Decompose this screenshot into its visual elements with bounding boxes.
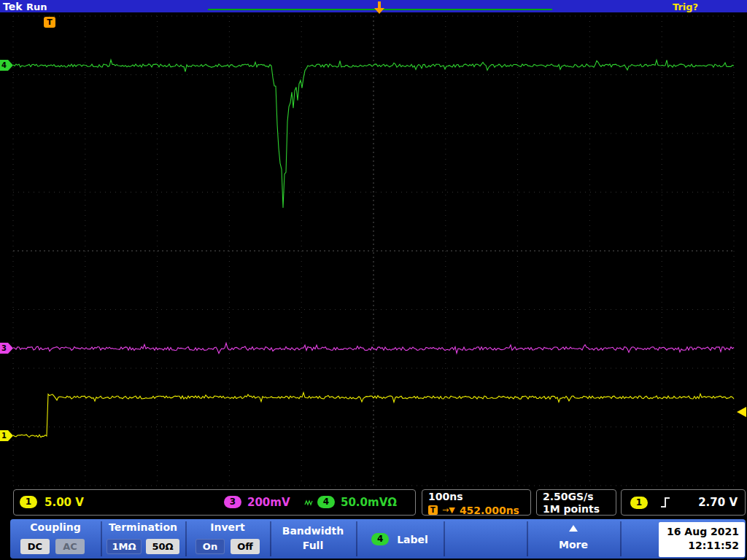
- separator: [444, 521, 445, 556]
- trigger-time-flag: T: [44, 17, 55, 28]
- bandwidth-value: Full: [270, 540, 356, 551]
- more-softkey[interactable]: More: [527, 519, 620, 559]
- acquisition-status: Run: [26, 1, 47, 12]
- coupling-dc-option[interactable]: DC: [20, 539, 50, 554]
- rising-edge-icon: [659, 495, 671, 513]
- more-up-arrow-icon: [569, 525, 578, 532]
- trigger-flag-icon: T: [428, 505, 438, 515]
- trigger-readout: 1 2.70 V: [621, 489, 746, 516]
- bandwidth-softkey[interactable]: Bandwidth Full: [270, 519, 356, 559]
- trigger-source-badge: 1: [630, 497, 648, 509]
- date-text: 16 Aug 2021: [659, 525, 739, 539]
- termination-softkey[interactable]: Termination 1MΩ 50Ω: [101, 519, 185, 559]
- trigger-status: Trig?: [673, 1, 698, 12]
- invert-softkey[interactable]: Invert On Off: [185, 519, 270, 559]
- datetime-display: 16 Aug 2021 12:11:52: [659, 522, 745, 557]
- sample-rate: 2.50GS/s: [543, 491, 594, 502]
- timebase-readout: 100ns T →▼ 452.000ns: [422, 489, 531, 516]
- label-row: 4 Label: [356, 532, 444, 545]
- ch1-scale-value: 5.00 V: [44, 496, 84, 509]
- termination-50ohm-option[interactable]: 50Ω: [146, 539, 179, 554]
- probe-icon: [304, 497, 314, 511]
- channel-readouts: 1 5.00 V 3 200mV 4 50.0mVΩ: [13, 489, 416, 516]
- label-text: Label: [397, 534, 428, 545]
- oscilloscope-screen: Tek Run Trig? T 4 3 1 1 5.00 V 3 200mV 4…: [0, 0, 747, 560]
- timebase-scale: 100ns: [428, 491, 463, 502]
- coupling-title: Coupling: [10, 521, 101, 533]
- time-text: 12:11:52: [659, 539, 739, 553]
- trigger-delay-readout: T →▼ 452.000ns: [428, 502, 519, 514]
- tek-logo: Tek: [3, 1, 23, 12]
- trigger-position-arrow-icon: [374, 8, 384, 14]
- softkey-panel: Coupling DC AC Termination 1MΩ 50Ω Inver…: [10, 519, 746, 559]
- ch3-badge: 3: [224, 496, 241, 508]
- separator: [620, 521, 622, 556]
- record-length: 1M points: [543, 503, 600, 515]
- softkey-menu-bar: Coupling DC AC Termination 1MΩ 50Ω Inver…: [0, 518, 747, 560]
- invert-title: Invert: [185, 521, 270, 533]
- top-status-bar: Tek Run Trig?: [0, 0, 747, 12]
- graticule-and-traces: [0, 0, 747, 560]
- bandwidth-title: Bandwidth: [270, 525, 356, 537]
- termination-title: Termination: [101, 521, 185, 533]
- more-label: More: [527, 539, 620, 551]
- ch1-badge: 1: [20, 496, 37, 508]
- acquisition-readout: 2.50GS/s 1M points: [536, 489, 616, 516]
- trigger-delay-value: 452.000ns: [460, 505, 519, 516]
- trigger-level-value: 2.70 V: [698, 496, 738, 509]
- readout-bar: 1 5.00 V 3 200mV 4 50.0mVΩ 100ns T →▼ 45…: [0, 486, 747, 518]
- trigger-level-arrow-icon: [737, 407, 746, 417]
- ch4-scale-value: 50.0mVΩ: [341, 496, 397, 509]
- ch3-scale-value: 200mV: [247, 496, 290, 509]
- coupling-softkey[interactable]: Coupling DC AC: [10, 519, 101, 559]
- label-channel-badge: 4: [371, 533, 389, 545]
- invert-on-option[interactable]: On: [196, 539, 225, 554]
- termination-1m-option[interactable]: 1MΩ: [107, 539, 142, 554]
- label-softkey[interactable]: 4 Label: [356, 519, 444, 559]
- ch4-badge: 4: [317, 496, 335, 508]
- coupling-ac-option[interactable]: AC: [55, 539, 85, 554]
- invert-off-option[interactable]: Off: [231, 539, 260, 554]
- delay-arrow-icon: →▼: [442, 505, 455, 515]
